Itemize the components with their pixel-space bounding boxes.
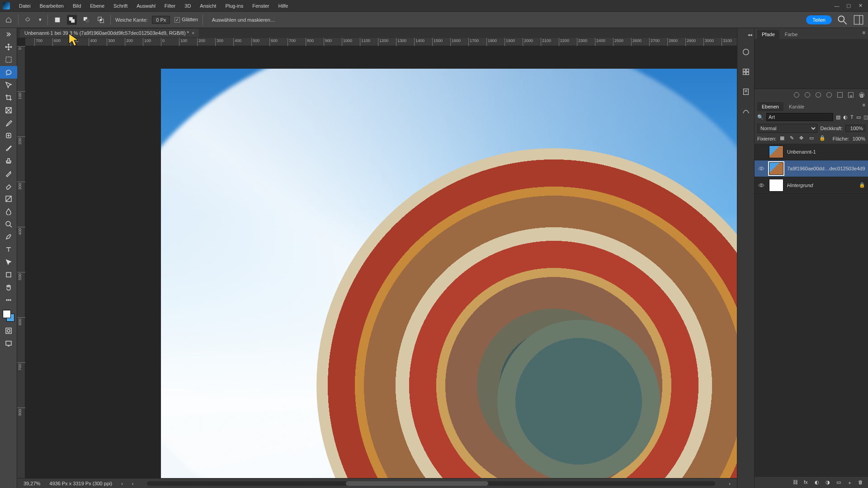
lock-move-icon[interactable]: ✥: [799, 135, 806, 142]
layer-row[interactable]: Hintergrund 🔒: [755, 177, 868, 194]
opacity-input[interactable]: 100%: [845, 125, 865, 132]
feather-input[interactable]: 0 Px: [152, 16, 170, 24]
adjustment-icon[interactable]: ◑: [826, 479, 832, 486]
tool-pen[interactable]: [0, 230, 17, 243]
visibility-toggle[interactable]: [757, 164, 765, 173]
menu-3d[interactable]: 3D: [180, 0, 195, 12]
filter-type-icon[interactable]: T: [850, 113, 854, 121]
menu-ansicht[interactable]: Ansicht: [195, 0, 221, 12]
path-selection-icon[interactable]: [815, 91, 822, 99]
tool-preset-lasso[interactable]: [23, 15, 33, 25]
selection-new[interactable]: [52, 15, 62, 25]
layer-thumbnail[interactable]: [769, 179, 783, 192]
menu-bild[interactable]: Bild: [68, 0, 85, 12]
tool-brush[interactable]: [0, 142, 17, 155]
lock-position-icon[interactable]: ✎: [790, 135, 796, 142]
fx-icon[interactable]: fx: [804, 479, 810, 486]
share-button[interactable]: Teilen: [806, 15, 832, 24]
layer-row[interactable]: 7a9f1960ae00dd…dec012503e4d9: [755, 160, 868, 177]
tool-history-brush[interactable]: [0, 167, 17, 180]
tool-path-select[interactable]: [0, 256, 17, 268]
selection-add[interactable]: [67, 15, 77, 25]
foreground-color[interactable]: [3, 310, 11, 318]
document-tab[interactable]: Unbenannt-1 bei 39,3 % (7a9f1960ae00dd9f…: [20, 29, 199, 37]
link-layers-icon[interactable]: ⛓: [793, 479, 799, 486]
filter-shape-icon[interactable]: ▭: [856, 113, 861, 121]
fill-input[interactable]: 100%: [853, 136, 865, 141]
tab-color[interactable]: Farbe: [780, 30, 802, 39]
tool-quick-select[interactable]: [0, 79, 17, 91]
panel-icon-properties[interactable]: [742, 88, 750, 97]
layer-filter-input[interactable]: [766, 113, 833, 121]
minimize-button[interactable]: —: [832, 2, 842, 9]
antialias-checkbox[interactable]: Glätten: [175, 17, 198, 23]
doc-info-caret[interactable]: ›: [121, 481, 123, 486]
lock-pixels-icon[interactable]: ▦: [780, 135, 786, 142]
path-to-selection-icon[interactable]: [826, 91, 833, 99]
close-tab-icon[interactable]: ×: [192, 30, 194, 36]
menu-schrift[interactable]: Schrift: [109, 0, 132, 12]
tool-more[interactable]: [0, 294, 17, 306]
path-new-icon[interactable]: ＋: [848, 92, 854, 98]
layer-thumbnail[interactable]: [769, 145, 783, 158]
panel-icon-swatches[interactable]: [742, 68, 750, 77]
tool-marquee[interactable]: [0, 53, 17, 66]
menu-plugins[interactable]: Plug-ins: [221, 0, 248, 12]
tool-gradient[interactable]: [0, 192, 17, 205]
panel-menu-icon[interactable]: ≡: [863, 102, 865, 111]
close-button[interactable]: ✕: [855, 2, 865, 9]
menu-auswahl[interactable]: Auswahl: [132, 0, 160, 12]
document-info[interactable]: 4936 Px x 3319 Px (300 ppi): [49, 481, 112, 486]
ruler-horizontal[interactable]: 7006005004003002001000100200300400500600…: [25, 38, 737, 46]
layer-name[interactable]: Hintergrund: [787, 183, 855, 188]
filter-adjust-icon[interactable]: ◐: [843, 113, 848, 121]
tool-preset-caret[interactable]: ▾: [38, 15, 43, 25]
tool-crop[interactable]: [0, 91, 17, 104]
tool-blur[interactable]: [0, 205, 17, 218]
menu-fenster[interactable]: Fenster: [248, 0, 274, 12]
panel-icon-color[interactable]: [742, 48, 750, 57]
mask-icon[interactable]: ◐: [815, 479, 821, 486]
menu-bearbeiten[interactable]: Bearbeiten: [35, 0, 68, 12]
layer-thumbnail[interactable]: [769, 162, 783, 175]
blend-mode-select[interactable]: Normal: [757, 124, 817, 133]
tool-quickmask[interactable]: [0, 324, 17, 337]
menu-hilfe[interactable]: Hilfe: [274, 0, 292, 12]
selection-intersect[interactable]: [96, 15, 106, 25]
menu-filter[interactable]: Filter: [160, 0, 180, 12]
path-stroke-icon[interactable]: [805, 92, 810, 98]
menu-datei[interactable]: Datei: [14, 0, 35, 12]
panel-icon-adjustments[interactable]: [742, 108, 750, 117]
tool-frame[interactable]: [0, 104, 17, 117]
canvas[interactable]: [25, 46, 737, 478]
tool-eraser[interactable]: [0, 180, 17, 192]
maximize-button[interactable]: ▢: [844, 2, 854, 9]
filter-pixel-icon[interactable]: ▧: [836, 113, 840, 121]
filter-smart-icon[interactable]: ◫: [863, 113, 868, 121]
tab-layers[interactable]: Ebenen: [757, 102, 783, 111]
tool-stamp[interactable]: [0, 155, 17, 167]
tool-hand[interactable]: [0, 281, 17, 294]
tool-screenmode[interactable]: [0, 337, 17, 350]
rail-toggle[interactable]: ◂◂: [748, 33, 752, 37]
layer-name[interactable]: Unbenannt-1: [787, 149, 865, 155]
select-and-mask-button[interactable]: Auswählen und maskieren…: [208, 16, 280, 24]
layer-name[interactable]: 7a9f1960ae00dd…dec012503e4d9: [787, 166, 865, 171]
layer-row[interactable]: Unbenannt-1: [755, 144, 868, 160]
path-mask-icon[interactable]: [837, 92, 843, 98]
path-fill-icon[interactable]: [794, 92, 799, 98]
paths-panel-body[interactable]: [755, 39, 868, 89]
selection-subtract[interactable]: [81, 15, 91, 25]
tab-channels[interactable]: Kanäle: [784, 102, 809, 111]
zoom-readout[interactable]: 39,27%: [24, 481, 40, 486]
delete-layer-icon[interactable]: 🗑: [858, 479, 864, 486]
scroll-right[interactable]: ›: [729, 481, 731, 486]
lock-artboard-icon[interactable]: ▭: [809, 135, 816, 142]
menu-ebene[interactable]: Ebene: [85, 0, 109, 12]
scroll-left[interactable]: ‹: [132, 481, 134, 486]
tool-expand[interactable]: [0, 28, 17, 41]
ruler-vertical[interactable]: 0100200300400500600700800: [17, 46, 25, 478]
scrollbar-horizontal[interactable]: [147, 481, 715, 486]
tool-eyedropper[interactable]: [0, 117, 17, 129]
layer-filter-search-icon[interactable]: 🔍: [757, 114, 764, 120]
